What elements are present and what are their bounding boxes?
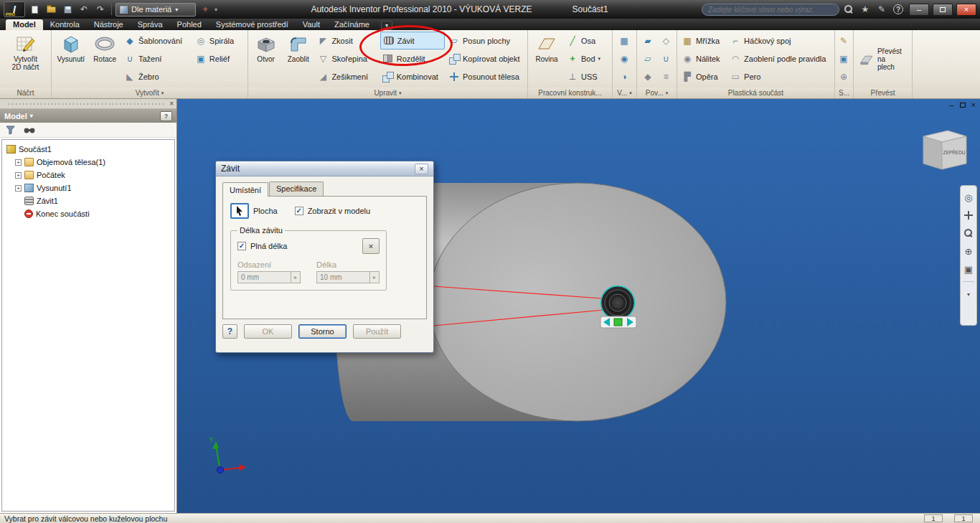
ribbon-tab-kontrola[interactable]: Kontrola bbox=[43, 19, 87, 30]
povrch-button-4[interactable]: ◇ bbox=[658, 32, 674, 50]
pouzit-button[interactable]: Použít bbox=[353, 324, 401, 339]
tree-item-soucast1[interactable]: Součást1 bbox=[2, 143, 174, 156]
group-label-plasticka-soucast[interactable]: Plastická součást bbox=[677, 88, 834, 98]
new-file-button[interactable] bbox=[27, 2, 42, 17]
undo-button[interactable]: ↶ bbox=[77, 2, 91, 17]
steering-wheel-icon[interactable]: ◎ bbox=[963, 192, 974, 203]
ribbon-tab-zaciname[interactable]: Začínáme bbox=[327, 19, 377, 30]
ribbon-tab-pohled[interactable]: Pohled bbox=[170, 19, 209, 30]
zebro-button[interactable]: ◣Žebro bbox=[122, 67, 192, 85]
group-label-upravit[interactable]: Upravit▾ bbox=[248, 88, 527, 98]
ribbon-tab-nastroje[interactable]: Nástroje bbox=[87, 19, 131, 30]
dialog-help-button[interactable]: ? bbox=[222, 324, 237, 339]
tree-item-zavit1[interactable]: Závit1 bbox=[2, 194, 174, 207]
accept-square-icon[interactable] bbox=[614, 319, 622, 326]
dialog-close-button[interactable]: × bbox=[415, 164, 428, 174]
vysunuti-button[interactable]: Vysunutí bbox=[54, 32, 88, 86]
tree-item-konec-soucasti[interactable]: Konec součásti bbox=[2, 207, 174, 220]
sestava-button-2[interactable]: ▣ bbox=[836, 50, 852, 67]
browser-grip-bar[interactable]: × bbox=[0, 99, 176, 109]
nalitek-button[interactable]: ◉Nálitek bbox=[679, 50, 726, 67]
face-select-button[interactable] bbox=[230, 203, 249, 219]
povrch-button-6[interactable]: ≡ bbox=[658, 67, 674, 85]
ribbon-tab-sprava[interactable]: Správa bbox=[131, 19, 170, 30]
relief-button[interactable]: ▣Reliéf bbox=[193, 50, 245, 67]
update-button[interactable]: + bbox=[198, 2, 212, 17]
zavit-button[interactable]: Závit bbox=[380, 32, 445, 50]
group-label-vytvorit[interactable]: Vytvořit▾ bbox=[52, 88, 248, 98]
odsazeni-field[interactable]: 0 mm▸ bbox=[237, 271, 301, 283]
spinner-arrow-icon[interactable]: ▸ bbox=[369, 272, 379, 283]
group-label-sestava[interactable]: S... bbox=[835, 88, 853, 98]
rozdelit-button[interactable]: Rozdělit bbox=[380, 50, 445, 67]
update-chevron-icon[interactable]: ▾ bbox=[215, 6, 217, 13]
kruhovy-vzor-button[interactable]: ◉ bbox=[616, 50, 632, 67]
ribbon-tab-vault[interactable]: Vault bbox=[296, 19, 327, 30]
material-dropdown[interactable]: Dle materiá ▾ bbox=[116, 3, 196, 17]
ribbon-minimize-chevron[interactable]: ▾ bbox=[381, 21, 392, 30]
expand-plus-icon[interactable]: + bbox=[15, 159, 22, 166]
obdelnikovy-vzor-button[interactable]: ▦ bbox=[616, 32, 632, 50]
zobrazit-v-modelu-checkbox[interactable]: ✓ bbox=[295, 207, 303, 215]
orbit-icon[interactable]: ⊕ bbox=[963, 245, 974, 257]
flip-direction-button[interactable]: × bbox=[362, 238, 380, 254]
zrcadlit-button[interactable]: ◑ bbox=[616, 67, 632, 85]
povrch-button-3[interactable]: ◆ bbox=[640, 67, 656, 85]
expand-plus-icon[interactable]: + bbox=[15, 185, 22, 192]
storno-button[interactable]: Storno bbox=[298, 324, 347, 339]
pero-button[interactable]: ▭Pero bbox=[727, 67, 832, 85]
browser-header[interactable]: Model ▾ ? bbox=[0, 109, 176, 123]
tree-item-vysunuti1[interactable]: +Vysunutí1 bbox=[2, 182, 174, 194]
zaoblit-button[interactable]: Zaoblit bbox=[283, 32, 314, 86]
hackovy-spoj-button[interactable]: ⌐Háčkový spoj bbox=[727, 32, 832, 50]
ribbon-tab-systemove-prostredi[interactable]: Systémové prostředí bbox=[209, 19, 296, 30]
group-label-prevest[interactable]: Převést bbox=[854, 88, 912, 98]
browser-help-button[interactable]: ? bbox=[160, 111, 172, 121]
window-minimize-button[interactable]: – bbox=[909, 4, 929, 16]
sestava-button-1[interactable]: ✎ bbox=[836, 32, 852, 50]
search-input[interactable] bbox=[702, 4, 839, 16]
doc-restore-button[interactable] bbox=[960, 103, 966, 108]
prevest-na-plech-button[interactable]: Převést na plech bbox=[856, 47, 910, 71]
skorepina-button[interactable]: ▽Skořepina bbox=[315, 50, 378, 67]
ok-button[interactable]: OK bbox=[244, 324, 292, 339]
povrch-button-1[interactable]: ▰ bbox=[640, 32, 656, 50]
dialog-tab-specifikace[interactable]: Specifikace bbox=[269, 182, 324, 196]
browser-close-button[interactable]: × bbox=[169, 100, 174, 108]
open-file-button[interactable] bbox=[44, 2, 58, 17]
save-button[interactable] bbox=[60, 2, 75, 17]
pan-icon[interactable] bbox=[963, 209, 974, 221]
window-maximize-button[interactable] bbox=[933, 4, 953, 16]
plna-delka-checkbox[interactable]: ✓ bbox=[237, 242, 246, 250]
zaobleni-podle-pravidla-button[interactable]: ◠Zaoblení podle pravidla bbox=[727, 50, 832, 67]
dialog-titlebar[interactable]: Závit × bbox=[216, 161, 433, 176]
povrch-button-5[interactable]: ∪ bbox=[658, 50, 674, 67]
filter-funnel-icon[interactable] bbox=[6, 126, 15, 135]
window-close-button[interactable]: × bbox=[956, 4, 976, 16]
group-label-pracovni[interactable]: Pracovní konstruk... bbox=[528, 88, 612, 98]
navbar-chevron-icon[interactable]: ▾ bbox=[963, 288, 974, 300]
doc-close-button[interactable]: × bbox=[971, 100, 976, 109]
sablonovani-button[interactable]: ◆Šablonování bbox=[122, 32, 192, 50]
ribbon-tab-model[interactable]: Model bbox=[6, 19, 43, 30]
cylinder-front-face[interactable] bbox=[429, 183, 726, 421]
spirala-button[interactable]: ◎Spirála bbox=[193, 32, 245, 50]
find-binoculars-icon[interactable] bbox=[24, 126, 35, 134]
osa-button[interactable]: ╱Osa bbox=[565, 32, 609, 50]
app-logo-icon[interactable]: IPRO bbox=[4, 1, 25, 17]
group-label-nacrt[interactable]: Náčrt bbox=[0, 88, 51, 98]
redo-button[interactable]: ↷ bbox=[93, 2, 108, 17]
tree-item-pocatek[interactable]: +Počátek bbox=[2, 169, 174, 182]
otvor-button[interactable]: Otvor bbox=[250, 32, 281, 86]
rotace-button[interactable]: Rotace bbox=[89, 32, 121, 86]
viewcube-left-face[interactable] bbox=[923, 136, 942, 169]
posun-plochy-button[interactable]: ▱Posun plochy bbox=[446, 32, 525, 50]
viewcube[interactable]: ZEPŘEDU bbox=[923, 131, 966, 169]
search-button[interactable] bbox=[842, 2, 856, 17]
communication-button[interactable]: ✎ bbox=[875, 2, 889, 17]
opera-button[interactable]: ▛Opěra bbox=[679, 67, 726, 85]
posunout-telesa-button[interactable]: Posunout tělesa bbox=[446, 67, 525, 85]
look-at-icon[interactable]: ▣ bbox=[963, 263, 974, 275]
help-button[interactable]: ? bbox=[891, 2, 905, 17]
povrch-button-2[interactable]: ▱ bbox=[640, 50, 656, 67]
